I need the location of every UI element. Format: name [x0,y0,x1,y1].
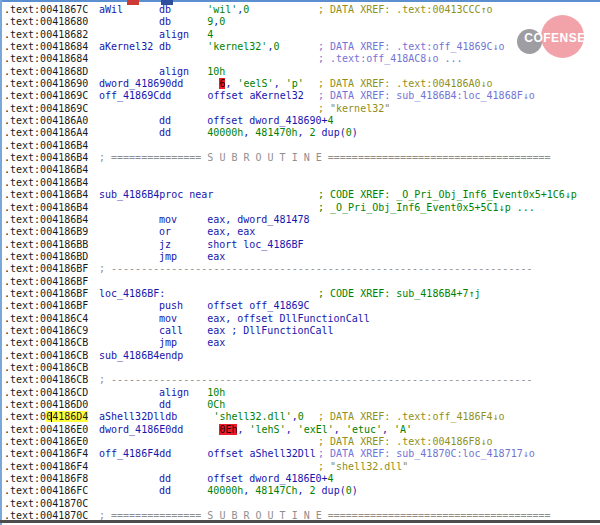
listing-line[interactable]: .text:004186BF; ------------------------… [4,263,598,275]
listing-line[interactable]: .text:004186D4aShell32Dlldb 'shell32.dll… [4,411,598,423]
code-text: db 'kernel32',0 [159,41,279,52]
listing-line[interactable]: .text:004186CB; ------------------------… [4,374,598,386]
address: .text:004186D4 [4,411,99,423]
listing-line[interactable]: .text:004186B4 [4,140,598,152]
address: .text:00418684 [4,41,99,53]
selected-address-highlight: 4186D4 [52,411,88,422]
code-segment: 40000h [207,485,243,496]
listing-line[interactable]: .text:004186BF [4,276,598,288]
code-segment: 4 [207,29,213,40]
listing-line[interactable]: .text:004186C9call eax ; DllFunctionCall [4,325,598,337]
address: .text:0041869C [4,90,99,102]
address: .text:004186CB [4,362,99,374]
code-text: ; =============== S U B R O U T I N E ==… [99,510,551,520]
code-segment: 'etuc' [346,424,382,435]
listing-line[interactable]: .text:004186BFpush offset off_41869C [4,300,598,312]
code-segment: endp [159,350,183,361]
code-text: jmp eax [159,251,225,262]
code-text: dd 6, 'eelS', 'p' [171,78,303,89]
listing-line[interactable]: .text:004186A4dd 40000h, 481470h, 2 dup(… [4,127,598,139]
code-text: ; --------------------------------------… [99,374,532,385]
code-segment: ; --------------------------------------… [99,374,532,385]
code-segment: proc near [159,189,213,200]
address: .text:004186B4 [4,189,99,201]
code-segment: 40000h [207,127,243,138]
listing-line[interactable]: .text:004186F8dd offset dword_4186E0+4 [4,473,598,485]
code-segment: , [334,424,346,435]
listing-line[interactable]: .text:0041869Coff_41869Cdd offset aKerne… [4,90,598,102]
listing-line[interactable]: .text:004186CBsub_4186B4endp [4,350,598,362]
code-text: dd 40000h, 48147Ch, 2 dup(0) [159,485,358,496]
address: .text:00418690 [4,78,99,90]
xref-comment: ; DATA XREF: sub_41870C:loc_418717↓o [318,448,535,460]
cofense-logo: COFENSE [510,12,600,62]
code-text: dd offset aShell32Dll [159,448,316,459]
code-text: or eax, eax [159,226,255,237]
code-segment: 0 [273,41,279,52]
symbol-name: sub_4186B4 [99,189,159,201]
listing-line[interactable]: .text:004186B4; =============== S U B R … [4,152,598,164]
listing-line[interactable]: .text:004186B4sub_4186B4proc near; CODE … [4,189,598,201]
xref-comment: ; _O_Pri_Obj_Inf6_Event0x5+5C1↓p ... [318,202,535,214]
code-segment: 'kernel32' [207,41,267,52]
listing-line[interactable]: .text:004186F4; "shell32.dll" [4,461,598,473]
address: .text:004186CB [4,374,99,386]
listing-line[interactable]: .text:004186C4mov eax, offset DllFunctio… [4,313,598,325]
address: .text:004186B4 [4,152,99,164]
listing-line[interactable]: .text:004186E0; DATA XREF: .text:004186F… [4,436,598,448]
code-text: align 4 [159,29,213,40]
code-segment: 481470h [255,127,297,138]
listing-line[interactable]: .text:00418690dword_418690dd 6, 'eelS', … [4,78,598,90]
listing-line[interactable]: .text:004186B4mov eax, dword_481478 [4,214,598,226]
listing-line[interactable]: .text:00418682align 4 [4,29,598,41]
listing-line[interactable]: .text:004186BFloc_4186BF:; CODE XREF: su… [4,288,598,300]
code-segment: call eax ; DllFunctionCall [159,325,334,336]
listing-line[interactable]: .text:004186B4 [4,177,598,189]
listing-line[interactable]: .text:00418684aKernel32db 'kernel32',0; … [4,41,598,53]
address-text: .text:0 [4,411,46,422]
address: .text:00418682 [4,29,99,41]
xref-comment: ; DATA XREF: .text:004186A0↓o [318,78,493,90]
address: .text:004186FC [4,485,99,497]
listing-line[interactable]: .text:00418684; .text:off_418AC8↓o ... [4,53,598,65]
code-segment: jmp eax [159,251,225,262]
listing-line[interactable]: .text:004186FCdd 40000h, 48147Ch, 2 dup(… [4,485,598,497]
address: .text:00418680 [4,16,99,28]
listing-line[interactable]: .text:0041868Dalign 10h [4,66,598,78]
listing-line[interactable]: .text:004186B4 [4,164,598,176]
code-segment: jz short loc_4186BF [159,239,304,250]
listing-line[interactable]: .text:004186CB [4,362,598,374]
listing-line[interactable]: .text:004186BDjmp eax [4,251,598,263]
code-segment: dd offset aShell32Dll [159,448,316,459]
code-segment: , [274,78,286,89]
listing-line[interactable]: .text:004186A0dd offset dword_418690+4 [4,115,598,127]
address: .text:004186E0 [4,424,99,436]
xref-comment: ; DATA XREF: .text:off_41869C↓o [318,41,505,53]
xref-comment: ; "shell32.dll" [318,461,408,473]
listing-line[interactable]: .text:004186D0dd 0Ch [4,399,598,411]
code-segment: align [159,29,207,40]
address: .text:004186B4 [4,140,99,152]
listing-line[interactable]: .text:004186B9or eax, eax [4,226,598,238]
listing-line[interactable]: .text:004186E0dword_4186E0dd 0Eh, 'lehS'… [4,424,598,436]
symbol-name: sub_4186B4 [99,350,159,362]
xref-comment: ; CODE XREF: _O_Pri_Obj_Inf6_Event0x5+1C… [318,189,577,201]
listing-line[interactable]: .text:0041870C [4,498,598,510]
listing-line[interactable]: .text:004186CBjmp eax [4,337,598,349]
listing-line[interactable]: .text:0041869C; "kernel32" [4,103,598,115]
listing-line[interactable]: .text:0041870C; =============== S U B R … [4,510,598,520]
listing-line[interactable]: .text:0041867CaWildb 'wil',0; DATA XREF:… [4,4,598,16]
code-text: align 10h [159,387,225,398]
xref-comment: ; .text:off_418AC8↓o ... [318,53,463,65]
code-segment: ) [352,127,358,138]
listing-line[interactable]: .text:004186CDalign 10h [4,387,598,399]
listing-line[interactable]: .text:004186BBjz short loc_4186BF [4,239,598,251]
listing-line[interactable]: .text:004186B4; _O_Pri_Obj_Inf6_Event0x5… [4,202,598,214]
code-segment: ; =============== S U B R O U T I N E ==… [99,510,551,520]
code-segment: 'p' [286,78,304,89]
disassembly-listing[interactable]: .text:0041867CaWildb 'wil',0; DATA XREF:… [4,4,598,520]
address: .text:00418684 [4,53,99,65]
code-segment: dd [159,127,207,138]
listing-line[interactable]: .text:004186F4off_4186F4dd offset aShell… [4,448,598,460]
listing-line[interactable]: .text:00418680db 9,0 [4,16,598,28]
